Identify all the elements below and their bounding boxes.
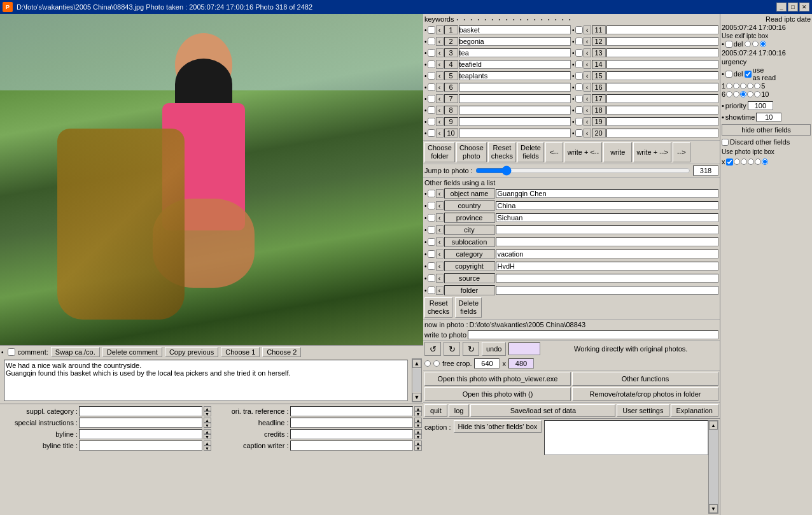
kw-checkbox[interactable] (428, 118, 435, 125)
of-delete-fields-button[interactable]: Deletefields (455, 297, 482, 318)
next-arrow-button[interactable]: --> (673, 142, 690, 162)
special-instructions-input[interactable] (79, 418, 202, 428)
crop-height-input[interactable] (508, 358, 534, 369)
flip-button[interactable]: ↻ (444, 342, 460, 356)
kw-checkbox[interactable] (575, 49, 583, 57)
headline-up[interactable]: ▲ (414, 418, 422, 423)
of-field-button[interactable]: province (444, 213, 495, 223)
kw-checkbox[interactable] (575, 72, 583, 80)
kw-input[interactable] (459, 106, 571, 115)
kw-checkbox[interactable] (428, 106, 435, 114)
kw-checkbox[interactable] (428, 95, 435, 102)
ori-tra-ref-down[interactable]: ▼ (414, 411, 422, 416)
urgency-radio-1[interactable] (726, 83, 732, 89)
maximize-button[interactable]: □ (788, 3, 798, 11)
of-checkbox[interactable] (428, 250, 435, 258)
kw-prev-btn[interactable]: ‹ (584, 106, 591, 115)
kw-input[interactable] (606, 106, 718, 115)
kw-input[interactable] (459, 83, 571, 92)
of-value-input[interactable] (496, 250, 718, 258)
photo-radio3[interactable] (748, 159, 754, 165)
save-load-button[interactable]: Save/load set of data (470, 404, 615, 417)
urgency-radio-7[interactable] (733, 91, 739, 97)
of-value-input[interactable] (496, 237, 718, 246)
photo-radio4[interactable] (755, 159, 761, 165)
of-checkbox[interactable] (428, 226, 435, 234)
caption-writer-up[interactable]: ▲ (414, 441, 422, 446)
kw-input[interactable] (459, 129, 571, 138)
urgency-radio-6[interactable] (726, 91, 732, 97)
of-prev-btn[interactable]: ‹ (436, 262, 444, 271)
suppl-category-input[interactable] (79, 406, 202, 416)
of-field-button[interactable]: object name (444, 188, 495, 199)
kw-checkbox[interactable] (575, 38, 583, 45)
remove-rotate-crop-button[interactable]: Remove/rotate/crop photos in folder (572, 387, 718, 401)
byline-title-input[interactable] (79, 441, 202, 451)
comment-textarea[interactable] (4, 360, 408, 401)
kw-input[interactable] (459, 25, 571, 34)
caption-writer-input[interactable] (290, 441, 414, 451)
kw-prev-btn[interactable]: ‹ (436, 25, 444, 34)
jump-slider[interactable] (475, 166, 690, 176)
of-value-input[interactable] (496, 189, 718, 198)
kw-input[interactable] (606, 71, 718, 80)
delete-comment-button[interactable]: Delete comment (102, 347, 162, 357)
choose1-button[interactable]: Choose 1 (221, 347, 260, 357)
kw-checkbox[interactable] (428, 26, 435, 34)
of-prev-btn[interactable]: ‹ (436, 237, 444, 246)
quit-button[interactable]: quit (424, 404, 447, 417)
of-checkbox[interactable] (428, 286, 435, 294)
jump-input[interactable] (693, 166, 718, 176)
comment-scroll-up[interactable]: ▲ (412, 359, 421, 368)
iptc-radio[interactable] (752, 41, 759, 47)
of-prev-btn[interactable]: ‹ (436, 274, 444, 283)
reset-checks-button[interactable]: Resetchecks (488, 142, 516, 162)
kw-input[interactable] (459, 37, 571, 46)
headline-down[interactable]: ▼ (414, 423, 422, 428)
kw-checkbox[interactable] (428, 60, 435, 68)
kw-input[interactable] (606, 83, 718, 92)
write-to-photo-input[interactable] (468, 330, 718, 339)
explanation-button[interactable]: Explanation (671, 404, 719, 417)
rotate-right-button[interactable]: ↻ (463, 342, 479, 356)
byline-title-down[interactable]: ▼ (204, 446, 211, 451)
urgency-radio-2[interactable] (733, 83, 739, 89)
caption-scroll-up[interactable]: ▲ (709, 421, 718, 430)
special-instructions-up[interactable]: ▲ (204, 418, 211, 423)
kw-prev-btn[interactable]: ‹ (436, 106, 444, 115)
kw-prev-btn[interactable]: ‹ (436, 129, 444, 138)
photo-radio5[interactable] (762, 159, 768, 165)
of-field-button[interactable]: source (444, 273, 495, 283)
photo-radio1[interactable] (734, 159, 740, 165)
caption-textarea[interactable] (544, 420, 708, 455)
kw-input[interactable] (606, 25, 718, 34)
kw-prev-btn[interactable]: ‹ (584, 48, 591, 57)
box-radio[interactable] (760, 41, 766, 47)
of-reset-checks-button[interactable]: Resetchecks (424, 297, 452, 318)
kw-input[interactable] (459, 94, 571, 103)
of-value-input[interactable] (496, 286, 718, 295)
kw-input[interactable] (606, 60, 718, 69)
kw-prev-btn[interactable]: ‹ (436, 117, 444, 126)
discard-checkbox[interactable] (722, 139, 729, 146)
byline-down[interactable]: ▼ (204, 434, 211, 439)
other-functions-button[interactable]: Other functions (572, 372, 718, 386)
swap-button[interactable]: Swap ca./co. (51, 347, 100, 357)
kw-prev-btn[interactable]: ‹ (436, 48, 444, 57)
use-as-read-checkbox[interactable] (745, 71, 752, 78)
of-field-button[interactable]: sublocation (444, 237, 495, 247)
rotate-left-button[interactable]: ↺ (424, 342, 441, 356)
kw-input[interactable] (606, 37, 718, 46)
special-instructions-down[interactable]: ▼ (204, 423, 211, 428)
photo-radio2[interactable] (741, 159, 747, 165)
kw-checkbox[interactable] (428, 129, 435, 137)
kw-checkbox[interactable] (575, 106, 583, 114)
log-button[interactable]: log (449, 404, 470, 417)
open-photo-viewer-button[interactable]: Open this photo with photo_viewer.exe (424, 372, 571, 386)
kw-checkbox[interactable] (575, 118, 583, 125)
of-field-button[interactable]: folder (444, 285, 495, 295)
urgency-radio-4[interactable] (747, 83, 753, 89)
copy-previous-button[interactable]: Copy previous (165, 347, 218, 357)
of-checkbox[interactable] (428, 202, 435, 209)
kw-checkbox[interactable] (575, 95, 583, 102)
